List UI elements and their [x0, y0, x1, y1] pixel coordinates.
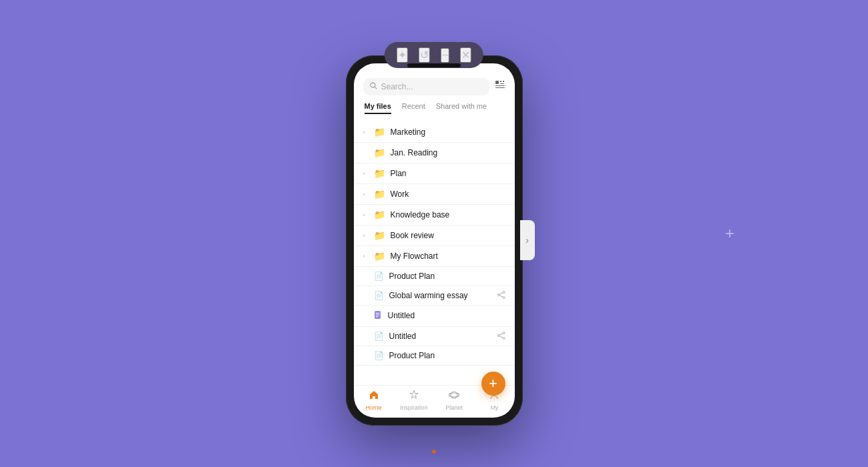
search-bar: Search... — [363, 78, 505, 95]
list-item[interactable]: 📄 Global warming essay — [354, 286, 515, 306]
svg-rect-3 — [500, 81, 501, 82]
list-item[interactable]: › 📁 Work — [354, 184, 515, 205]
phone-frame: › Search... — [346, 55, 523, 426]
svg-point-18 — [503, 337, 505, 339]
tabs-container: My files Recent Shared with me — [363, 102, 505, 114]
svg-line-1 — [375, 87, 377, 89]
svg-line-21 — [499, 336, 503, 337]
svg-rect-7 — [495, 87, 505, 88]
nav-item-planet[interactable]: Planet — [434, 390, 474, 411]
file-name: Untitled — [389, 332, 492, 341]
chevron-icon: › — [363, 129, 369, 135]
tab-recent[interactable]: Recent — [402, 102, 425, 114]
doc-blue-icon — [374, 310, 383, 322]
folder-icon: 📁 — [374, 209, 385, 220]
svg-point-8 — [503, 291, 505, 293]
screen-header: Search... My files Recent Shared wi — [354, 63, 515, 119]
chevron-icon: › — [363, 211, 369, 218]
tab-shared[interactable]: Shared with me — [436, 102, 487, 114]
nav-label-home: Home — [366, 404, 382, 411]
chevron-icon: › — [363, 170, 369, 177]
list-item[interactable]: › 📁 Book review — [354, 225, 515, 246]
chevron-icon: › — [363, 191, 369, 197]
file-name: Untitled — [388, 311, 505, 320]
folder-icon: 📁 — [374, 189, 385, 199]
folder-icon: 📁 — [374, 251, 385, 262]
file-name: Jan. Reading — [391, 148, 505, 157]
file-name: Knowledge base — [391, 210, 505, 219]
background-dot — [432, 450, 436, 454]
svg-point-10 — [497, 294, 499, 296]
list-item[interactable]: › 📁 My Flowchart — [354, 246, 515, 267]
folder-icon: 📁 — [374, 168, 385, 179]
list-item[interactable]: 📁 Jan. Reading — [354, 143, 515, 163]
list-item[interactable]: Untitled — [354, 306, 515, 327]
nav-label-inspiration: Inspiration — [400, 404, 428, 411]
nav-label-planet: Planet — [445, 404, 463, 411]
svg-rect-2 — [495, 81, 499, 84]
folder-icon: 📁 — [374, 127, 385, 137]
file-name: My Flowchart — [391, 252, 505, 261]
svg-point-9 — [503, 296, 505, 298]
inspiration-icon — [409, 390, 419, 403]
svg-point-19 — [497, 334, 499, 336]
file-name: Product Plan — [389, 351, 505, 360]
nav-label-my: My — [490, 404, 498, 411]
phone-notch — [407, 63, 461, 67]
list-item[interactable]: › 📁 Knowledge base — [354, 205, 515, 225]
doc-icon: 📄 — [374, 332, 384, 341]
list-item[interactable]: 📄 Product Plan — [354, 267, 515, 286]
side-panel[interactable]: › — [520, 220, 535, 260]
list-item[interactable]: › 📁 Plan — [354, 163, 515, 184]
doc-icon: 📄 — [374, 291, 384, 300]
tab-my-files[interactable]: My files — [365, 102, 391, 114]
minimize-button[interactable]: − — [441, 48, 449, 63]
file-name: Global warming essay — [389, 291, 492, 300]
refresh-button[interactable]: ↺ — [419, 47, 430, 63]
folder-icon: 📁 — [374, 147, 385, 158]
list-item[interactable]: 📄 Product Plan — [354, 346, 515, 366]
chevron-icon: › — [363, 253, 369, 260]
svg-point-17 — [503, 332, 505, 334]
doc-icon: 📄 — [374, 351, 384, 360]
add-fab-button[interactable]: + — [481, 372, 505, 396]
file-name: Book review — [391, 231, 505, 240]
svg-rect-5 — [500, 83, 504, 84]
svg-point-0 — [371, 83, 375, 87]
file-list: › 📁 Marketing 📁 Jan. Reading › 📁 Plan › … — [354, 119, 515, 385]
chevron-icon: › — [363, 232, 369, 239]
grid-icon[interactable] — [495, 80, 505, 93]
close-button[interactable]: ✕ — [460, 47, 471, 63]
list-item[interactable]: › 📁 Marketing — [354, 122, 515, 143]
svg-line-11 — [499, 292, 503, 294]
file-name: Product Plan — [389, 272, 505, 281]
file-name: Plan — [391, 169, 505, 178]
svg-rect-4 — [503, 81, 504, 82]
phone-screen: Search... My files Recent Shared wi — [354, 63, 515, 418]
folder-icon: 📁 — [374, 230, 385, 241]
home-icon — [369, 390, 379, 403]
file-name: Work — [391, 189, 505, 199]
svg-line-20 — [499, 333, 503, 334]
search-input-wrap[interactable]: Search... — [363, 78, 489, 95]
planet-icon — [449, 390, 459, 403]
background-plus-icon: + — [725, 225, 734, 242]
svg-line-12 — [499, 295, 503, 296]
doc-icon: 📄 — [374, 272, 384, 281]
share-icon — [497, 291, 505, 300]
search-placeholder: Search... — [381, 82, 413, 91]
svg-rect-6 — [495, 85, 505, 86]
nav-item-home[interactable]: Home — [354, 390, 394, 411]
search-icon — [370, 82, 377, 91]
star-button[interactable]: ✦ — [397, 47, 408, 63]
nav-item-inspiration[interactable]: Inspiration — [394, 390, 434, 411]
list-item[interactable]: 📄 Untitled — [354, 327, 515, 346]
share-icon — [497, 332, 505, 341]
file-name: Marketing — [391, 127, 505, 137]
